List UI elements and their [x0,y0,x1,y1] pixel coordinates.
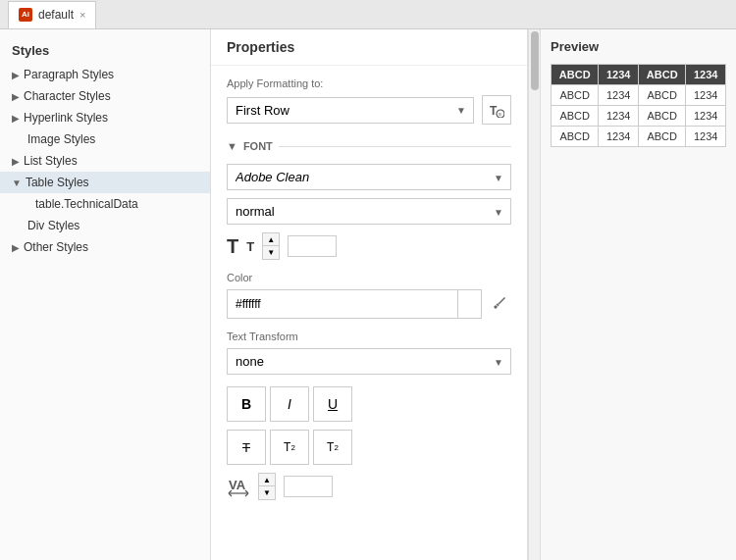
apply-formatting-section: Apply Formatting to: First Row Last Row … [227,77,511,125]
subscript-button[interactable]: T2 [313,430,352,465]
letter-spacing-stepper: ▲ ▼ [258,473,276,500]
strikethrough-button[interactable]: T [227,430,266,465]
preview-panel: Preview ABCD 1234 ABCD 1234 ABCD 1234 AB… [540,29,736,560]
sidebar-item-label: Div Styles [27,219,79,232]
chevron-right-icon: ▶ [12,113,20,124]
tab-close-button[interactable]: × [79,9,85,21]
sidebar-item-label: Table Styles [26,176,89,189]
preview-cell: 1234 [599,85,639,106]
color-input[interactable]: #ffffff [228,292,457,316]
letter-spacing-svg-icon: VA [227,474,250,497]
panel-scrollable: Apply Formatting to: First Row Last Row … [211,66,527,560]
apply-formatting-select[interactable]: First Row Last Row Header Row Body Row [227,97,474,124]
letter-spacing-input[interactable] [284,476,333,497]
app-icon: Ai [19,8,32,22]
text-transform-label: Text Transform [227,331,511,342]
font-family-select[interactable]: Adobe Clean Arial Helvetica [227,164,511,190]
preview-table-row: ABCD 1234 ABCD 1234 [552,85,726,106]
properties-scrollbar[interactable] [528,29,540,560]
sidebar-item-label: table.TechnicalData [35,197,138,211]
svg-text:T: T [490,104,498,118]
sidebar-item-table-styles[interactable]: ▼ Table Styles [0,172,210,193]
color-section: Color #ffffff [227,272,511,319]
sidebar-item-label: Character Styles [24,89,111,103]
color-row: #ffffff [227,289,511,319]
sidebar-item-label: List Styles [24,154,78,168]
preview-title: Preview [551,39,726,54]
preview-header-cell: ABCD [638,65,685,85]
font-size-icon: T [227,235,238,258]
letter-spacing-increment-button[interactable]: ▲ [259,474,275,486]
sidebar-item-image-styles[interactable]: Image Styles [0,128,210,150]
font-size-decrement-button[interactable]: ▼ [263,246,279,259]
preview-header-cell: 1234 [686,65,726,85]
sidebar-item-other-styles[interactable]: ▶ Other Styles [0,236,210,258]
bold-button[interactable]: B [227,386,266,422]
sidebar-item-div-styles[interactable]: Div Styles [0,215,210,236]
preview-cell: 1234 [686,85,726,106]
preview-cell: ABCD [552,127,599,147]
preview-cell: ABCD [638,127,685,147]
italic-button[interactable]: I [270,386,309,422]
sidebar-item-hyperlink-styles[interactable]: ▶ Hyperlink Styles [0,107,210,128]
tab-title: default [38,8,74,22]
collapse-icon: ▼ [227,140,237,152]
preview-cell: ABCD [552,85,599,106]
text-transform-select[interactable]: none uppercase lowercase capitalize [227,348,511,375]
font-family-row: Adobe Clean Arial Helvetica ▼ [227,164,511,190]
eyedropper-icon [492,295,507,311]
preview-cell: 1234 [599,127,639,147]
sidebar-title: Styles [0,37,210,64]
font-size-stepper: ▲ ▼ [262,232,280,260]
font-section: Adobe Clean Arial Helvetica ▼ normal [227,164,511,500]
sidebar-item-table-technical-data[interactable]: table.TechnicalData [0,193,210,215]
letter-spacing-icon: VA [227,474,250,500]
text-transform-dropdown-wrapper: none uppercase lowercase capitalize ▼ [227,348,511,375]
sidebar-item-label: Hyperlink Styles [24,111,108,125]
sidebar-item-list-styles[interactable]: ▶ List Styles [0,150,210,172]
main-area: Styles ▶ Paragraph Styles ▶ Character St… [0,29,736,560]
eyedropper-button[interactable] [488,291,511,318]
preview-header-cell: ABCD [552,65,599,85]
font-size-input[interactable] [288,235,337,257]
font-style-row: normal bold italic ▼ [227,198,511,225]
sidebar-item-label: Image Styles [27,132,95,146]
properties-panel: Properties Apply Formatting to: First Ro… [211,29,528,560]
default-tab[interactable]: Ai default × [8,1,96,28]
svg-text:s: s [499,111,501,117]
sidebar-item-character-styles[interactable]: ▶ Character Styles [0,85,210,107]
font-style-select[interactable]: normal bold italic [227,198,511,225]
chevron-right-icon: ▶ [12,91,20,102]
font-section-divider[interactable]: ▼ FONT [227,140,511,152]
apply-formatting-dropdown-wrapper: First Row Last Row Header Row Body Row ▼ [227,97,474,124]
properties-scroll-thumb[interactable] [531,31,539,90]
text-formatting-buttons: B I U [227,386,511,422]
underline-button[interactable]: U [313,386,352,422]
preview-cell: 1234 [599,106,639,127]
apply-formatting-row: First Row Last Row Header Row Body Row ▼… [227,95,511,125]
color-input-wrapper: #ffffff [227,289,482,319]
font-size-small-icon: T [246,239,254,254]
preview-table-header-row: ABCD 1234 ABCD 1234 [552,65,726,85]
color-label: Color [227,272,511,283]
sidebar-item-paragraph-styles[interactable]: ▶ Paragraph Styles [0,64,210,85]
text-style-icon: T s [489,102,504,118]
text-style-icon-button[interactable]: T s [482,95,511,125]
color-swatch[interactable] [457,290,481,318]
tab-bar: Ai default × [0,0,736,29]
chevron-right-icon: ▶ [12,242,20,253]
font-size-increment-button[interactable]: ▲ [263,233,279,246]
superscript-button[interactable]: T2 [270,430,309,465]
sidebar-item-label: Paragraph Styles [24,68,114,81]
app-window: Ai default × Styles ▶ Paragraph Styles ▶… [0,0,736,560]
font-section-label: FONT [243,140,273,152]
font-style-dropdown-wrapper: normal bold italic ▼ [227,198,511,225]
preview-cell: ABCD [638,106,685,127]
preview-cell: ABCD [638,85,685,106]
letter-spacing-decrement-button[interactable]: ▼ [259,486,275,499]
font-size-row: T T ▲ ▼ [227,232,511,260]
preview-table: ABCD 1234 ABCD 1234 ABCD 1234 ABCD 1234 … [551,64,726,147]
chevron-right-icon: ▶ [12,70,20,80]
chevron-down-icon: ▼ [12,178,22,188]
apply-formatting-label: Apply Formatting to: [227,77,511,89]
